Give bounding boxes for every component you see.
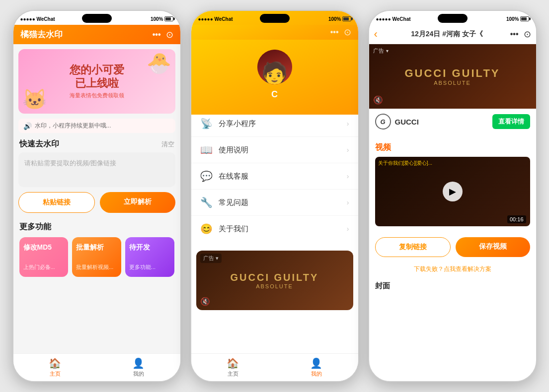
phone3-content: 广告 ▾ GUCCI GUILTY ABSOLUTE 🔇 G GUCCI 直看详… [369,44,536,381]
notice-icon-1: 🔊 [23,122,32,130]
profile-menu: 📡 分享小程序 › 📖 使用说明 › 💬 在线客服 › 🔧 常见问题 › 😊 [191,115,358,246]
video-thumbnail: 关于你我们[爱心][爱心]... ▶ [375,157,530,226]
quick-title: 快速去水印 [19,139,59,149]
profile-content: 📡 分享小程序 › 📖 使用说明 › 💬 在线客服 › 🔧 常见问题 › 😊 [191,115,358,353]
more-icon-2[interactable]: ••• [330,28,339,37]
banner-subtitle: 海量表情包免费领取领 [70,92,124,99]
banner-deco-left: 🐱 [22,88,47,111]
nav-home-1[interactable]: 🏠 主页 [13,354,97,381]
quick-section-header: 快速去水印 清空 [13,137,180,152]
banner-deco-right: 🐣 [147,52,171,75]
signal-3: ●●●●● WeChat [376,16,411,22]
page-title-3: 12月24日 #河南 女子《 [384,30,510,39]
profile-top: 🧑 C [191,40,358,115]
home-icon-2: 🏠 [227,357,239,369]
menu-item-about[interactable]: 😊 关于我们 › [191,216,358,242]
menu-item-faq[interactable]: 🔧 常见问题 › [191,190,358,216]
ad-dropdown-3[interactable]: ▾ [386,48,389,54]
gucci-sub-3: ABSOLUTE [404,80,500,86]
app-header-3: ‹ 12月24日 #河南 女子《 ••• ⊙ [369,25,536,44]
arrow-icon-share: › [347,120,349,128]
video-player[interactable]: 关于你我们[爱心][爱心]... ▶ 00:16 [375,157,530,226]
mute-icon-3[interactable]: 🔇 [373,95,383,105]
feature-card-title-0: 修改MD5 [23,243,65,252]
app-title-1: 橘猫去水印 [20,29,63,40]
banner-title-line2: 已上线啦 [70,77,124,90]
about-icon: 😊 [200,223,213,235]
mute-icon-2[interactable]: 🔇 [200,297,210,306]
notch-2 [260,14,290,23]
gucci-info-row: G GUCCI 直看详情 [369,109,536,134]
save-video-button[interactable]: 保存视频 [456,237,530,257]
gucci-title-3: GUCCI GUILTY [404,67,500,80]
gucci-sub-2: ABSOLUTE [231,283,319,289]
menu-item-manual[interactable]: 📖 使用说明 › [191,137,358,163]
feature-card-batch[interactable]: 批量解析 批量解析视频... [72,237,121,277]
avatar-person: 🧑 [261,63,288,84]
video-duration: 00:16 [507,215,526,223]
nav-home-2[interactable]: 🏠 主页 [191,354,275,381]
menu-item-service[interactable]: 💬 在线客服 › [191,163,358,190]
more-section: 更多功能 修改MD5 上热门必备... 批量解析 批量解析视频... 待开发 更… [13,220,180,281]
video-section: 视频 关于你我们[爱心][爱心]... ▶ 00:16 [369,137,536,231]
profile-label-2: 我的 [311,370,322,378]
back-button[interactable]: ‹ [374,28,384,41]
feature-card-md5[interactable]: 修改MD5 上热门必备... [19,237,69,277]
feature-card-dev[interactable]: 待开发 更多功能... [125,237,174,277]
notch-1 [82,14,112,23]
phone-3: ●●●●● WeChat 100% ‹ 12月24日 #河南 女子《 ••• ⊙… [368,10,537,382]
feature-cards: 修改MD5 上热门必备... 批量解析 批量解析视频... 待开发 更多功能..… [19,237,174,277]
play-button[interactable]: ▶ [443,182,463,201]
menu-label-service: 在线客服 [219,172,347,181]
feature-card-desc-0: 上热门必备... [23,263,65,271]
service-icon: 💬 [200,170,213,182]
phone-1: ●●●●● WeChat 100% 橘猫去水印 ••• ⊙ 🐱 您的小可爱 已上… [12,10,181,382]
gucci-name: GUCCI [395,118,419,126]
url-input-area[interactable]: 请粘贴需要提取的视频/图像链接 [18,152,175,187]
parse-button[interactable]: 立即解析 [100,192,175,213]
arrow-icon-about: › [347,225,349,233]
app-header-1: 橘猫去水印 ••• ⊙ [13,25,180,44]
home-label-1: 主页 [50,370,61,378]
faq-icon: 🔧 [200,196,213,208]
phone1-content: 🐱 您的小可爱 已上线啦 海量表情包免费领取领 🐣 🔊 水印，小程序持续更新中哦… [13,44,180,353]
more-icon-1[interactable]: ••• [153,30,161,39]
camera-icon-1[interactable]: ⊙ [166,29,173,40]
menu-label-faq: 常见问题 [219,198,347,207]
profile-label-1: 我的 [133,370,144,378]
signal-2: ●●●●● WeChat [198,16,233,22]
profile-icon-1: 👤 [132,357,145,369]
arrow-icon-manual: › [347,146,349,154]
nav-profile-2[interactable]: 👤 我的 [275,354,358,381]
notice-bar-1: 🔊 水印，小程序持续更新中哦... [18,119,175,133]
clear-btn[interactable]: 清空 [161,140,174,149]
more-icon-3[interactable]: ••• [510,30,519,39]
cover-section-title: 封面 [369,277,536,293]
avatar-img: 🧑 [257,50,292,84]
phone-2: ●●●●● WeChat 100% ••• ⊙ 🧑 C 📡 分享小程 [190,10,359,382]
copy-link-button[interactable]: 复制链接 [375,237,451,257]
header-icons-3: ••• ⊙ [510,29,531,40]
profile-icon-2: 👤 [310,357,322,369]
header-icons-1: ••• ⊙ [153,29,173,40]
camera-icon-2[interactable]: ⊙ [344,27,351,38]
status-bar-3: ●●●●● WeChat 100% [369,11,536,25]
menu-label-share: 分享小程序 [219,119,347,129]
menu-item-share[interactable]: 📡 分享小程序 › [191,115,358,137]
ad-top-bar: 广告 ▾ [373,47,389,55]
video-action-buttons: 复制链接 保存视频 [369,231,536,261]
video-section-title: 视频 [375,142,530,153]
ad-tag-3: 广告 [373,47,384,55]
banner-1: 🐱 您的小可爱 已上线啦 海量表情包免费领取领 🐣 [18,49,175,114]
view-detail-button[interactable]: 直看详情 [492,114,530,129]
share-icon: 📡 [200,118,213,130]
header-icons-2: ••• ⊙ [330,27,351,38]
feature-card-desc-2: 更多功能... [129,263,170,271]
camera-icon-3[interactable]: ⊙ [524,29,531,40]
download-fail-link[interactable]: 下载失败？点我查看解决方案 [369,261,536,277]
nav-profile-1[interactable]: 👤 我的 [97,354,180,381]
manual-icon: 📖 [200,144,213,156]
bottom-nav-2: 🏠 主页 👤 我的 [191,353,358,381]
paste-button[interactable]: 粘贴链接 [18,192,95,213]
arrow-icon-service: › [347,172,349,180]
